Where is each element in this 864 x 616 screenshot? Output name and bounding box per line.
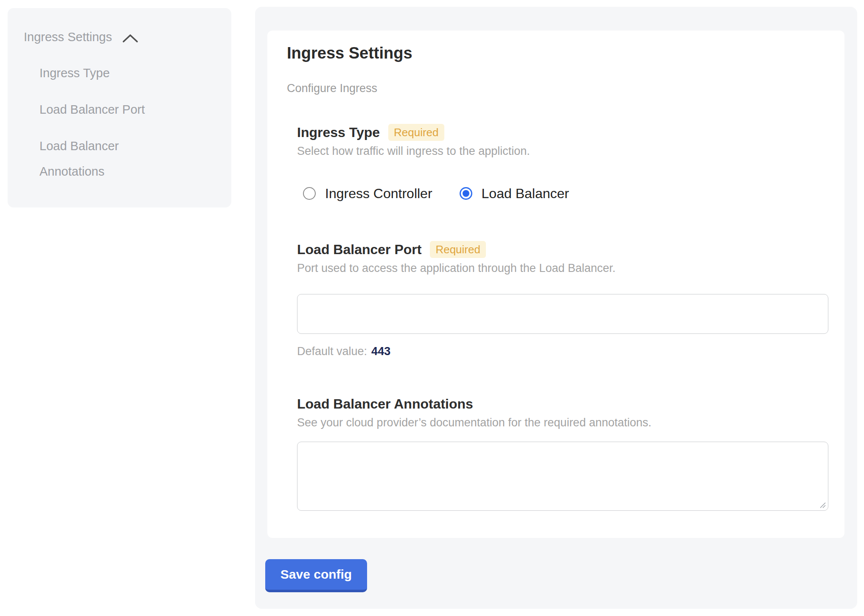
field-label: Load Balancer Port xyxy=(297,241,421,258)
sidebar-group-label: Ingress Settings xyxy=(24,29,112,45)
load-balancer-annotations-textarea[interactable] xyxy=(297,442,828,511)
field-load-balancer-port-head: Load Balancer Port Required xyxy=(297,241,828,258)
field-load-balancer-port: Load Balancer Port Required Port used to… xyxy=(297,241,828,358)
chevron-up-icon xyxy=(122,33,138,43)
sidebar-item-load-balancer-annotations[interactable]: Load Balancer Annotations xyxy=(39,133,184,184)
radio-selected-icon[interactable] xyxy=(460,187,472,200)
sidebar-group-ingress-settings[interactable]: Ingress Settings xyxy=(24,29,221,45)
ingress-type-radio-group: Ingress Controller Load Balancer xyxy=(303,185,828,202)
field-ingress-type-head: Ingress Type Required xyxy=(297,123,828,141)
page-subtitle: Configure Ingress xyxy=(287,81,828,95)
load-balancer-port-input[interactable] xyxy=(297,294,828,334)
default-value: 443 xyxy=(371,344,390,358)
field-label: Load Balancer Annotations xyxy=(297,395,473,413)
default-value-label: Default value: xyxy=(297,344,367,358)
field-ingress-type: Ingress Type Required Select how traffic… xyxy=(297,123,828,202)
field-description: Select how traffic will ingress to the a… xyxy=(297,144,828,158)
radio-option-ingress-controller[interactable]: Ingress Controller xyxy=(303,185,432,202)
config-nav-sidebar: Ingress Settings Ingress Type Load Balan… xyxy=(8,8,231,207)
required-badge: Required xyxy=(430,241,486,258)
page-title: Ingress Settings xyxy=(287,43,828,63)
radio-label-load-balancer: Load Balancer xyxy=(482,185,569,202)
ingress-settings-card: Ingress Settings Configure Ingress Ingre… xyxy=(267,31,844,538)
config-panel: Ingress Settings Configure Ingress Ingre… xyxy=(255,7,857,609)
radio-option-load-balancer[interactable]: Load Balancer xyxy=(460,185,569,202)
sidebar-item-ingress-type[interactable]: Ingress Type xyxy=(39,60,184,86)
radio-unselected-icon[interactable] xyxy=(303,187,316,200)
sidebar-item-load-balancer-port[interactable]: Load Balancer Port xyxy=(39,97,184,122)
field-sections: Ingress Type Required Select how traffic… xyxy=(297,123,828,511)
default-value-row: Default value: 443 xyxy=(297,344,828,358)
save-config-button[interactable]: Save config xyxy=(265,559,367,592)
field-description: Port used to access the application thro… xyxy=(297,261,828,275)
radio-label-ingress-controller: Ingress Controller xyxy=(325,185,432,202)
field-label: Ingress Type xyxy=(297,123,380,141)
resize-handle-icon[interactable] xyxy=(819,501,826,509)
required-badge: Required xyxy=(388,124,444,141)
sidebar-item-list: Ingress Type Load Balancer Port Load Bal… xyxy=(24,60,221,184)
annotations-textarea-wrap xyxy=(297,442,828,511)
field-load-balancer-annotations: Load Balancer Annotations See your cloud… xyxy=(297,395,828,511)
field-description: See your cloud provider’s documentation … xyxy=(297,415,828,430)
field-load-balancer-annotations-head: Load Balancer Annotations xyxy=(297,395,828,413)
